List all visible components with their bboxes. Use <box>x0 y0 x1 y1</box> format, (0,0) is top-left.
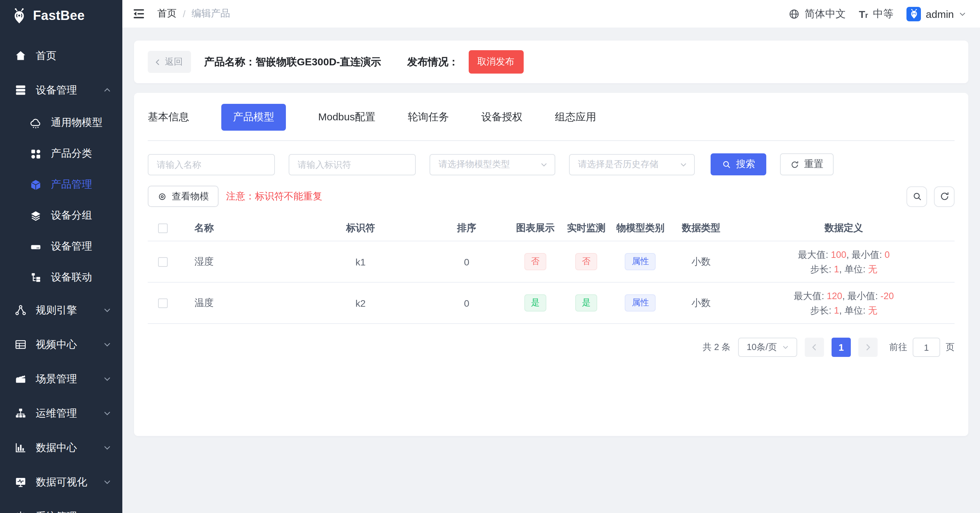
sidebar-item-label: 数据可视化 <box>36 476 87 489</box>
column-header-order: 排序 <box>423 222 510 234</box>
tab-5[interactable]: 设备授权 <box>481 111 523 124</box>
view-thing-model-button[interactable]: 查看物模 <box>148 186 218 207</box>
chevron-left-icon <box>154 58 162 66</box>
sidebar-item-product-category[interactable]: 产品分类 <box>0 138 123 169</box>
cell-monitor: 否 <box>561 253 612 270</box>
cell-data_type: 小数 <box>669 297 733 309</box>
identifier-filter-input[interactable] <box>289 154 416 175</box>
main-column: 首页 / 编辑产品 简体中文 Tr 中等 admin <box>123 0 980 513</box>
table-icon <box>14 338 27 351</box>
tab-6[interactable]: 组态应用 <box>555 111 596 124</box>
language-label: 简体中文 <box>804 7 846 20</box>
sidebar-item-device-management[interactable]: 设备管理 <box>0 73 123 107</box>
refresh-table-button[interactable] <box>934 186 955 207</box>
tab-3[interactable]: Modbus配置 <box>318 111 375 124</box>
search-button[interactable]: 搜索 <box>711 153 766 175</box>
identifier-warning-note: 注意：标识符不能重复 <box>226 190 322 202</box>
cell-chart: 是 <box>510 295 561 312</box>
sidebar-item-label: 产品管理 <box>51 178 92 191</box>
page-size-select[interactable]: 10条/页 <box>738 338 797 357</box>
filter-row: 请选择物模型类型 请选择是否历史存储 搜索 重置 <box>148 153 955 175</box>
clapper-icon <box>14 373 27 385</box>
back-button[interactable]: 返回 <box>148 51 191 73</box>
tab-bar: 基本信息产品模型Modbus配置轮询任务设备授权组态应用 <box>148 104 955 131</box>
sidebar-item-label: 设备管理 <box>51 240 92 253</box>
sidebar-item-home[interactable]: 首页 <box>0 38 123 73</box>
page-content: 返回 产品名称：智嵌物联GE300D-直连演示 发布情况： 取消发布 基本信息产… <box>123 27 980 513</box>
status-badge: 属性 <box>625 295 656 312</box>
table-body: 湿度k10否否属性小数最大值: 100, 最小值: 0步长: 1, 单位: 无温… <box>148 241 955 324</box>
header-checkbox-cell <box>148 223 178 233</box>
cell-monitor: 是 <box>561 295 612 312</box>
history-storage-select[interactable]: 请选择是否历史存储 <box>569 154 695 175</box>
sidebar-item-video-center[interactable]: 视频中心 <box>0 327 123 362</box>
cell-name: 湿度 <box>178 255 298 268</box>
fastbee-logo-icon <box>12 8 27 24</box>
thing-model-table: 名称标识符排序图表展示实时监测物模型类别数据类型数据定义 湿度k10否否属性小数… <box>148 215 955 324</box>
cell-_cbx <box>148 257 178 266</box>
sidebar-item-device-list[interactable]: 设备管理 <box>0 231 123 262</box>
current-page[interactable]: 1 <box>832 338 851 357</box>
table-row: 湿度k10否否属性小数最大值: 100, 最小值: 0步长: 1, 单位: 无 <box>148 241 955 283</box>
sidebar-item-data-visualization[interactable]: 数据可视化 <box>0 465 123 499</box>
cell-data_def: 最大值: 120, 最小值: -20步长: 1, 单位: 无 <box>733 288 955 317</box>
reset-button[interactable]: 重置 <box>780 153 834 175</box>
model-type-select[interactable]: 请选择物模型类型 <box>430 154 555 175</box>
sidebar-item-scene-management[interactable]: 场景管理 <box>0 362 123 396</box>
app-root: FastBee 首页设备管理通用物模型产品分类产品管理设备分组设备管理设备联动规… <box>0 0 980 513</box>
show-search-button[interactable] <box>907 186 927 207</box>
status-badge: 否 <box>524 253 547 270</box>
language-switcher[interactable]: 简体中文 <box>788 7 846 20</box>
data-definition: 最大值: 120, 最小值: -20步长: 1, 单位: 无 <box>794 288 894 317</box>
user-menu[interactable]: admin <box>907 6 966 21</box>
status-badge: 属性 <box>625 253 656 270</box>
cancel-publish-button[interactable]: 取消发布 <box>468 50 523 73</box>
refresh-icon <box>790 160 799 169</box>
tab-4[interactable]: 轮询任务 <box>408 111 449 124</box>
prev-page-button[interactable] <box>805 338 824 357</box>
column-header-category: 物模型类别 <box>612 222 669 234</box>
sidebar-item-label: 通用物模型 <box>51 116 102 129</box>
sidebar-item-label: 设备分组 <box>51 209 92 222</box>
sidebar-item-label: 视频中心 <box>36 338 77 351</box>
font-size-icon: Tr <box>859 8 868 19</box>
sidebar-item-rule-engine[interactable]: 规则引擎 <box>0 293 123 327</box>
tab-1[interactable]: 基本信息 <box>148 111 189 124</box>
cube-icon <box>30 178 42 191</box>
font-size-switcher[interactable]: Tr 中等 <box>859 7 893 20</box>
chevron-down-icon <box>540 161 548 168</box>
cell-order: 0 <box>423 298 510 308</box>
sidebar-item-device-group[interactable]: 设备分组 <box>0 200 123 231</box>
tree-icon <box>30 271 42 284</box>
sidebar-item-label: 场景管理 <box>36 372 77 386</box>
breadcrumb-home[interactable]: 首页 <box>158 8 177 20</box>
status-badge: 是 <box>524 295 547 312</box>
row-checkbox[interactable] <box>158 257 168 266</box>
sidebar-item-general-thing-model[interactable]: 通用物模型 <box>0 107 123 138</box>
chevron-down-icon <box>103 478 111 486</box>
hdd-icon <box>30 241 42 253</box>
sidebar-item-product-management[interactable]: 产品管理 <box>0 169 123 200</box>
sitemap-icon <box>14 407 27 419</box>
sidebar-collapse-icon[interactable] <box>132 7 146 21</box>
tab-2[interactable]: 产品模型 <box>221 104 286 131</box>
select-all-checkbox[interactable] <box>158 223 168 233</box>
product-detail-card: 基本信息产品模型Modbus配置轮询任务设备授权组态应用 请选择物模型类型 请选… <box>134 93 968 436</box>
next-page-button[interactable] <box>858 338 878 357</box>
sidebar-item-system-management[interactable]: 系统管理 <box>0 499 123 513</box>
search-icon <box>912 191 922 201</box>
home-icon <box>14 49 27 62</box>
chevron-down-icon <box>103 306 111 314</box>
table-mini-actions <box>907 186 955 207</box>
chevron-right-icon <box>864 343 872 351</box>
sidebar-item-data-center[interactable]: 数据中心 <box>0 430 123 465</box>
sidebar-item-device-linkage[interactable]: 设备联动 <box>0 262 123 293</box>
cell-category: 属性 <box>612 295 669 312</box>
row-checkbox[interactable] <box>158 298 168 308</box>
goto-page-input[interactable] <box>913 338 940 357</box>
name-filter-input[interactable] <box>148 154 275 175</box>
sidebar-item-label: 设备联动 <box>51 271 92 284</box>
sidebar-item-ops-management[interactable]: 运维管理 <box>0 396 123 430</box>
status-badge: 是 <box>575 295 598 312</box>
sidebar-item-label: 规则引擎 <box>36 304 77 317</box>
